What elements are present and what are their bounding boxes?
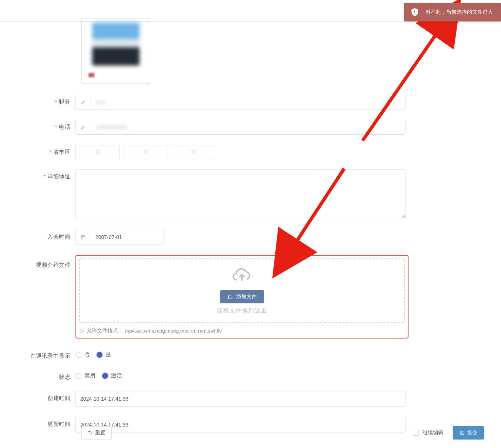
reset-button-label: 重置 [95,430,105,436]
allowed-formats: 允许文件格式： mp4,avi,wmv,mpg,mpeg,mov,rm,ram,… [79,327,405,334]
warning-shield-icon [410,7,420,17]
label-phone: 电话 [0,120,75,131]
radio-show-no-label: 否 [84,351,90,358]
reset-button[interactable]: 重置 [81,426,112,439]
radio-dot-icon [75,373,81,379]
save-icon [460,430,465,435]
svg-rect-1 [414,14,415,14]
city-select[interactable]: 市 [124,145,168,159]
label-status: 状态 [0,370,75,381]
created-at-input[interactable] [75,391,406,407]
radio-dot-icon [75,352,81,358]
info-icon [79,328,84,333]
label-created-at: 创建时间 [0,391,75,402]
radio-show-yes-label: 是 [105,351,111,358]
avatar-image [92,23,139,65]
radio-status-disabled-label: 禁用 [84,372,95,379]
calendar-icon [75,230,91,245]
radio-status-disabled[interactable]: 禁用 [75,372,95,379]
radio-dot-icon [102,373,108,379]
avatar-caption [115,71,116,76]
svg-rect-4 [81,330,82,332]
error-toast: 对不起，当前选择的文件过大 [404,3,501,21]
toast-message: 对不起，当前选择的文件过大 [426,9,493,16]
radio-dot-icon [97,352,102,358]
cloud-upload-icon [80,267,404,285]
upload-section-highlight: 添加文件 或将文件拖到这里 允许文件格式： mp4,avi,wmv,mpg,mp… [75,255,408,338]
phone-input[interactable] [91,120,406,135]
province-select[interactable]: 省 [75,145,120,159]
address-textarea[interactable] [75,169,406,218]
edit-form: 职务 电话 省市区 省 市 区 [0,14,501,448]
submit-button-label: 提交 [467,430,477,436]
add-file-button[interactable]: 添加文件 [220,290,264,303]
radio-status-active-label: 激活 [111,372,122,379]
continue-edit-checkbox[interactable]: 继续编辑 [413,430,443,436]
svg-rect-5 [81,330,82,330]
avatar-card[interactable] [81,18,150,84]
undo-icon [88,430,93,435]
form-footer: 重置 继续编辑 提交 [0,423,501,443]
add-file-button-label: 添加文件 [236,293,257,300]
edit-icon [75,120,91,135]
edit-icon [75,95,91,110]
checkbox-icon [413,430,419,436]
radio-status-active[interactable]: 激活 [102,372,122,379]
radio-show-yes[interactable]: 是 [97,351,111,358]
avatar-flag-icon [88,73,94,77]
duty-input[interactable] [91,95,406,110]
join-date-input[interactable] [91,230,164,245]
upload-dropzone[interactable]: 添加文件 或将文件拖到这里 [79,258,405,323]
district-select[interactable]: 区 [172,145,216,159]
label-duty: 职务 [0,95,75,105]
svg-rect-2 [81,236,85,239]
label-video-file: 视频介绍文件 [0,255,75,269]
svg-rect-0 [414,10,415,13]
label-show-in-contacts: 在通讯录中显示 [0,349,75,360]
radio-show-no[interactable]: 否 [75,351,90,358]
allowed-prefix: 允许文件格式： [87,327,123,334]
label-address: 详细地址 [0,169,75,180]
label-region: 省市区 [0,145,75,156]
continue-edit-label: 继续编辑 [423,430,443,436]
allowed-list: mp4,avi,wmv,mpg,mpeg,mov,rm,ram,swf,flv [125,328,222,334]
label-join-date: 入会时间 [0,230,75,240]
upload-drop-hint: 或将文件拖到这里 [80,307,404,314]
submit-button[interactable]: 提交 [453,426,484,439]
